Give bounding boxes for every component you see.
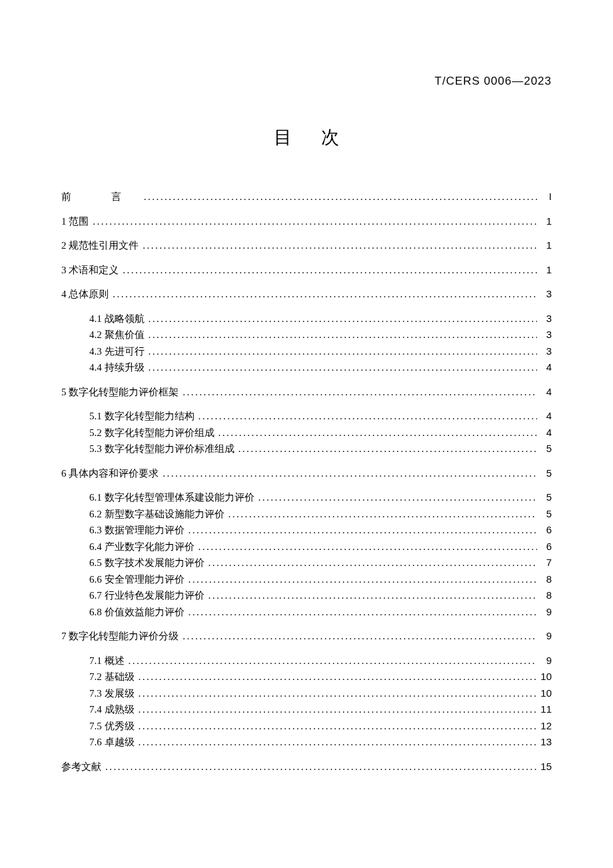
toc-entry: 2 规范性引用文件1 [61, 238, 552, 253]
document-number: T/CERS 0006—2023 [61, 75, 552, 88]
toc-entry-page: 5 [537, 466, 552, 481]
toc-entry-label: 7.1 概述 [89, 653, 125, 669]
toc-entry: 6.8 价值效益能力评价9 [61, 605, 552, 620]
toc-entry: 6.5 数字技术发展能力评价7 [61, 555, 552, 571]
toc-entry-page: 10 [537, 669, 552, 685]
toc-entry: 6.1 数字化转型管理体系建设能力评价5 [61, 490, 552, 505]
toc-entry: 7 数字化转型能力评价分级9 [61, 629, 552, 644]
toc-entry: 3 术语和定义1 [61, 263, 552, 278]
toc-entry-page: 1 [537, 263, 552, 278]
toc-entry-label: 前 言 [61, 189, 140, 205]
toc-entry-label: 1 范围 [61, 214, 89, 229]
toc-entry-page: 5 [537, 441, 552, 457]
toc-entry: 6.4 产业数字化能力评价6 [61, 539, 552, 555]
toc-leader-dots [179, 385, 537, 400]
toc-leader-dots [205, 555, 538, 571]
toc-leader-dots [145, 327, 538, 343]
toc-leader-dots [185, 605, 538, 620]
toc-entry-page: 1 [537, 214, 552, 229]
toc-entry-page: 13 [537, 735, 552, 750]
toc-entry-page: 4 [537, 385, 552, 400]
toc-leader-dots [89, 214, 537, 229]
toc-leader-dots [135, 669, 538, 685]
toc-title-row: 目次 [61, 125, 552, 149]
toc-entry: 7.6 卓越级13 [61, 735, 552, 750]
toc-entry: 6.3 数据管理能力评价6 [61, 523, 552, 538]
toc-entry-page: 7 [537, 555, 552, 571]
toc-entry-page: 6 [537, 539, 552, 555]
toc-entry-page: 3 [537, 311, 552, 327]
toc-entry-page: 10 [537, 686, 552, 701]
toc-leader-dots [139, 238, 537, 253]
toc-entry: 4.2 聚焦价值3 [61, 327, 552, 343]
toc-entry: 7.4 成熟级11 [61, 702, 552, 717]
toc-entry-label: 5.3 数字化转型能力评价标准组成 [89, 441, 235, 457]
toc-entry-page: 5 [537, 507, 552, 522]
toc-leader-dots [255, 490, 538, 505]
toc-entry: 1 范围1 [61, 214, 552, 229]
toc-leader-dots [135, 735, 538, 750]
toc-entry-label: 7.6 卓越级 [89, 735, 135, 750]
toc-entry-page: 3 [537, 287, 552, 302]
toc-entry-label: 4.1 战略领航 [89, 311, 145, 327]
toc-entry: 4 总体原则3 [61, 287, 552, 302]
toc-entry: 7.3 发展级10 [61, 686, 552, 701]
toc-leader-dots [195, 409, 538, 424]
toc-leader-dots [185, 523, 538, 538]
toc-entry-page: 1 [537, 238, 552, 253]
toc-entry-label: 7 数字化转型能力评价分级 [61, 629, 179, 644]
toc-leader-dots [195, 539, 538, 555]
toc-entry-label: 4.3 先进可行 [89, 344, 145, 359]
toc-entry: 7.5 优秀级12 [61, 719, 552, 734]
toc-entry-label: 4.2 聚焦价值 [89, 327, 145, 343]
toc-entry-label: 5.2 数字化转型能力评价组成 [89, 425, 215, 441]
toc-leader-dots [205, 588, 538, 603]
toc-entry: 7.1 概述9 [61, 653, 552, 669]
toc-entry-label: 参考文献 [61, 759, 101, 775]
toc-entry-label: 6.7 行业特色发展能力评价 [89, 588, 205, 603]
toc-entry-label: 5 数字化转型能力评价框架 [61, 385, 179, 400]
toc-leader-dots [225, 507, 538, 522]
toc-leader-dots [125, 653, 538, 669]
toc-entry: 7.2 基础级10 [61, 669, 552, 685]
toc-entry: 6.2 新型数字基础设施能力评价5 [61, 507, 552, 522]
toc-entry-label: 2 规范性引用文件 [61, 238, 139, 253]
toc-entry-label: 7.4 成熟级 [89, 702, 135, 717]
toc-entry-page: 8 [537, 572, 552, 587]
toc-entry-page: 15 [537, 759, 552, 775]
toc-entry-page: 3 [537, 344, 552, 359]
toc-entry: 4.1 战略领航3 [61, 311, 552, 327]
toc-entry-page: 5 [537, 490, 552, 505]
toc-entry-label: 6.1 数字化转型管理体系建设能力评价 [89, 490, 255, 505]
toc-entry: 前 言I [61, 189, 552, 205]
toc-entry-page: 9 [537, 605, 552, 620]
toc-leader-dots [145, 360, 538, 375]
toc-entry-label: 6.3 数据管理能力评价 [89, 523, 185, 538]
toc-leader-dots [235, 441, 538, 457]
toc-leader-dots [145, 344, 538, 359]
toc-entry-page: 4 [537, 409, 552, 424]
toc-entry-page: 8 [537, 588, 552, 603]
toc-entry: 6.7 行业特色发展能力评价8 [61, 588, 552, 603]
toc-leader-dots [135, 686, 538, 701]
document-page: T/CERS 0006—2023 目次 前 言I1 范围12 规范性引用文件13… [0, 0, 613, 774]
toc-entry-label: 6.2 新型数字基础设施能力评价 [89, 507, 225, 522]
toc-entry: 参考文献15 [61, 759, 552, 775]
toc-entry-label: 7.5 优秀级 [89, 719, 135, 734]
toc-entry-page: 4 [537, 360, 552, 375]
toc-entry-page: I [537, 189, 552, 205]
toc-entry: 5.1 数字化转型能力结构4 [61, 409, 552, 424]
toc-entry-label: 3 术语和定义 [61, 263, 119, 278]
toc-leader-dots [159, 466, 537, 481]
toc-entry: 5 数字化转型能力评价框架4 [61, 385, 552, 400]
toc-entry-label: 7.2 基础级 [89, 669, 135, 685]
toc-entry-page: 4 [537, 425, 552, 441]
toc-entry-page: 12 [537, 719, 552, 734]
toc-leader-dots [101, 759, 537, 775]
toc-entry: 5.3 数字化转型能力评价标准组成5 [61, 441, 552, 457]
toc-leader-dots [135, 702, 538, 717]
toc-leader-dots [119, 263, 537, 278]
toc-entry: 6 具体内容和评价要求5 [61, 466, 552, 481]
toc-entry: 4.3 先进可行3 [61, 344, 552, 359]
toc-entry-page: 11 [537, 702, 552, 717]
